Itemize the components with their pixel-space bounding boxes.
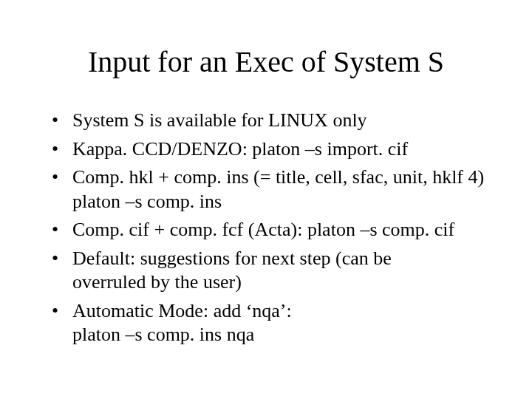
bullet-text: Default: suggestions for next step (can … <box>72 248 392 269</box>
bullet-text: Comp. hkl + comp. ins (= title, cell, sf… <box>72 166 484 188</box>
list-item: Automatic Mode: add ‘nqa’: platon –s com… <box>52 299 488 347</box>
bullet-text: Kappa. CCD/DENZO: platon –s import. cif <box>72 138 408 160</box>
bullet-text-cont: overruled by the user) <box>72 270 488 295</box>
list-item: Kappa. CCD/DENZO: platon –s import. cif <box>52 137 488 162</box>
list-item: System S is available for LINUX only <box>52 109 488 133</box>
bullet-text: System S is available for LINUX only <box>72 109 367 131</box>
bullet-text-cont: platon –s comp. ins nqa <box>72 323 488 347</box>
bullet-text-cont: platon –s comp. ins <box>72 190 488 214</box>
slide: Input for an Exec of System S System S i… <box>0 0 532 399</box>
slide-title: Input for an Exec of System S <box>44 44 488 79</box>
list-item: Default: suggestions for next step (can … <box>52 247 488 295</box>
list-item: Comp. cif + comp. fcf (Acta): platon –s … <box>52 218 488 242</box>
bullet-text: Automatic Mode: add ‘nqa’: <box>72 300 292 321</box>
bullet-list: System S is available for LINUX only Kap… <box>52 109 488 347</box>
list-item: Comp. hkl + comp. ins (= title, cell, sf… <box>52 166 488 214</box>
bullet-text: Comp. cif + comp. fcf (Acta): platon –s … <box>72 219 454 240</box>
